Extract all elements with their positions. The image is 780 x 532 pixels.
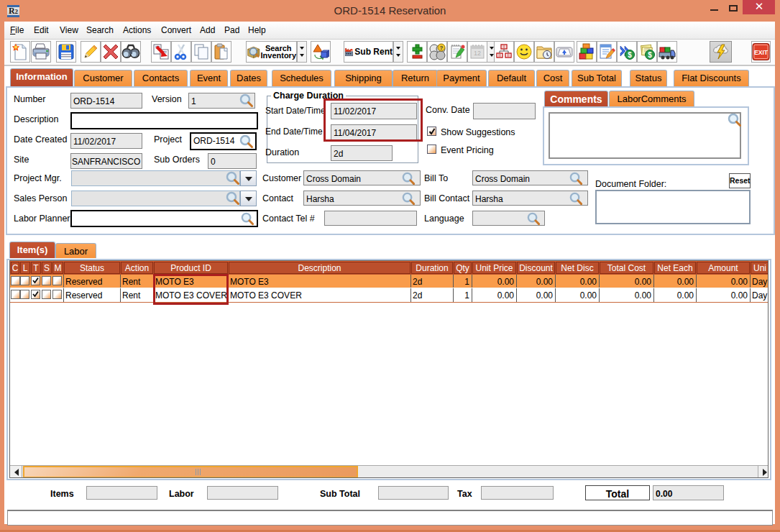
svg-text:$: $: [628, 51, 632, 59]
svg-text:?: ?: [440, 45, 444, 51]
svg-text:EXIT: EXIT: [754, 49, 768, 56]
svg-text:12: 12: [474, 50, 481, 57]
svg-text:$: $: [648, 51, 652, 59]
